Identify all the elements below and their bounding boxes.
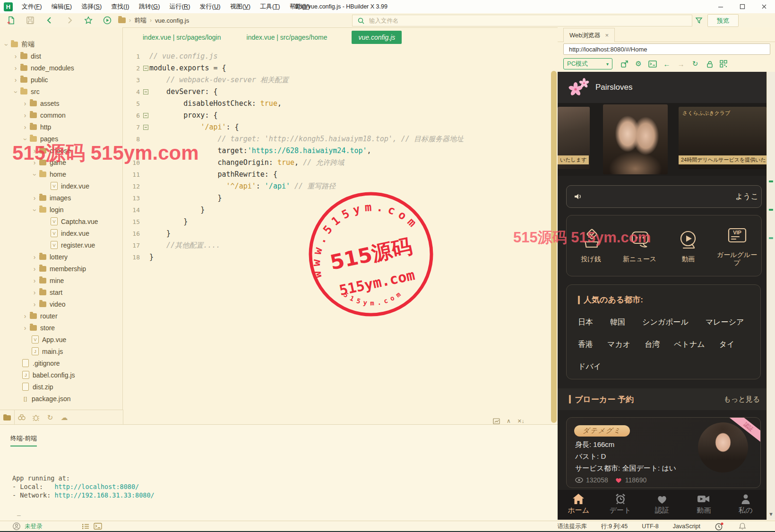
tree-item-home[interactable]: ›home — [0, 168, 122, 180]
chevron-right-icon[interactable]: › — [31, 253, 38, 261]
browser-scrollbar[interactable]: ▼ — [766, 72, 775, 520]
chevron-right-icon[interactable]: › — [12, 76, 19, 84]
close-icon[interactable]: × — [605, 32, 609, 39]
terminal-close-icon[interactable]: ✕↓ — [517, 418, 525, 424]
tree-item-babel-config[interactable]: babel.config.js — [0, 369, 122, 381]
city-link[interactable]: 日本 — [578, 317, 593, 327]
carousel-slide-active[interactable] — [603, 104, 668, 174]
tree-item-package-json[interactable]: package.json — [0, 393, 122, 404]
menu-find[interactable]: 查找(I) — [106, 0, 134, 13]
tab-home-index[interactable]: index.vue | src/pages/home — [240, 31, 334, 44]
breadcrumb-project[interactable]: 前端 — [134, 16, 146, 25]
carousel-slide-left[interactable]: いたします — [558, 107, 590, 169]
tree-item-public[interactable]: ›public — [0, 74, 122, 86]
chevron-right-icon[interactable]: › — [22, 112, 28, 119]
nav-forward-icon[interactable]: → — [674, 58, 688, 69]
profile-avatar[interactable] — [698, 422, 748, 472]
filter-icon[interactable] — [694, 15, 704, 26]
tree-item-images[interactable]: ›images — [0, 192, 122, 204]
see-more-link[interactable]: もっと見る — [724, 395, 760, 404]
breadcrumb-file[interactable]: vue.config.js — [155, 17, 189, 24]
tree-item-membership[interactable]: ›membership — [0, 263, 122, 275]
tree-item-assets[interactable]: ›assets — [0, 97, 122, 109]
sync-view-icon[interactable]: ↻ — [43, 410, 57, 425]
tree-item-captcha[interactable]: Captcha.vue — [0, 215, 122, 227]
tree-item-start[interactable]: ›start — [0, 286, 122, 298]
city-link[interactable]: シンガポール — [642, 317, 689, 327]
tree-item-mine[interactable]: ›mine — [0, 275, 122, 286]
star-icon[interactable] — [83, 15, 94, 26]
nav-video[interactable]: 動画 — [683, 490, 724, 520]
url-input[interactable] — [568, 45, 768, 53]
menu-edit[interactable]: 编辑(E) — [47, 0, 77, 13]
chevron-right-icon[interactable]: › — [22, 324, 28, 332]
city-link[interactable]: マカオ — [607, 340, 630, 350]
tree-item-store[interactable]: ›store — [0, 322, 122, 334]
tree-item-login-index[interactable]: index.vue — [0, 227, 122, 239]
minimize-button[interactable] — [710, 0, 732, 13]
back-icon[interactable] — [44, 15, 55, 26]
tree-item-login[interactable]: ›login — [0, 204, 122, 215]
search-view-icon[interactable] — [15, 410, 29, 425]
chevron-down-icon[interactable]: › — [31, 206, 39, 213]
tree-item-router[interactable]: ›router — [0, 310, 122, 322]
terminal-export-icon[interactable] — [493, 418, 500, 424]
nav-date[interactable]: デート — [599, 490, 641, 520]
preview-button[interactable]: 预览 — [707, 14, 739, 27]
new-file-icon[interactable] — [6, 15, 16, 26]
encoding-label[interactable]: UTF-8 — [642, 523, 658, 530]
file-search-box[interactable] — [352, 15, 692, 26]
explorer-tab-icon[interactable] — [0, 410, 15, 425]
chevron-right-icon[interactable]: › — [12, 64, 19, 72]
maximize-button[interactable] — [732, 0, 753, 13]
fold-marker[interactable] — [142, 110, 149, 121]
tree-item-lottery[interactable]: ›lottery — [0, 251, 122, 263]
menu-run[interactable]: 运行(R) — [164, 0, 195, 13]
chevron-right-icon[interactable]: › — [31, 289, 38, 296]
action-girl-group[interactable]: VIP ガールグループ — [715, 224, 759, 267]
debug-view-icon[interactable] — [29, 410, 43, 425]
history-icon[interactable] — [715, 522, 724, 531]
search-input[interactable] — [368, 17, 654, 25]
open-external-icon[interactable] — [617, 58, 631, 69]
city-link[interactable]: マレーシア — [706, 317, 744, 327]
fold-marker[interactable] — [142, 86, 149, 98]
chevron-down-icon[interactable]: › — [12, 88, 20, 95]
banner-carousel[interactable]: いたします さくらふぶきクラブ 24時間デリヘルサービスを提供いたし — [558, 103, 766, 176]
syntax-lib-label[interactable]: 语法提示库 — [557, 523, 587, 531]
close-button[interactable] — [753, 0, 775, 13]
address-bar[interactable] — [563, 43, 770, 55]
menu-goto[interactable]: 跳转(G) — [134, 0, 165, 13]
tree-item-dist-zip[interactable]: dist.zip — [0, 381, 122, 393]
forward-icon[interactable] — [64, 15, 75, 26]
chevron-right-icon[interactable]: › — [22, 123, 28, 131]
city-link[interactable]: ベトナム — [674, 340, 705, 350]
chevron-down-icon[interactable]: › — [3, 41, 10, 48]
bell-icon[interactable] — [738, 522, 747, 531]
city-link[interactable]: タイ — [719, 340, 735, 350]
save-icon[interactable] — [25, 15, 35, 26]
menu-publish[interactable]: 发行(U) — [195, 0, 225, 13]
tree-item-main-js[interactable]: main.js — [0, 345, 122, 357]
qr-code-icon[interactable] — [716, 58, 731, 69]
nav-mine[interactable]: 私の — [725, 490, 766, 520]
chevron-right-icon[interactable]: › — [22, 100, 28, 107]
console-icon[interactable] — [94, 523, 103, 530]
chevron-right-icon[interactable]: › — [12, 52, 19, 60]
tree-item-home-index[interactable]: index.vue — [0, 180, 122, 192]
site-brand[interactable]: Pairsloves — [595, 83, 632, 92]
menu-view[interactable]: 视图(V) — [225, 0, 255, 13]
chevron-right-icon[interactable]: › — [31, 277, 38, 284]
tree-item-http[interactable]: ›http — [0, 121, 122, 133]
carousel-slide-right[interactable]: さくらふぶきクラブ 24時間デリヘルサービスを提供いたし — [679, 107, 766, 169]
action-video[interactable]: 動画 — [667, 229, 710, 263]
browser-tab[interactable]: Web浏览器 × — [563, 28, 615, 42]
settings-gear-icon[interactable]: ⚙ — [631, 58, 646, 69]
device-mode-select[interactable]: PC模式 ▾ — [563, 58, 612, 69]
city-link[interactable]: 台湾 — [645, 340, 660, 350]
city-link[interactable]: ドバイ — [578, 362, 601, 372]
tree-item-dist[interactable]: ›dist — [0, 50, 122, 62]
chevron-down-icon[interactable]: › — [31, 171, 39, 178]
terminal-tab[interactable]: 终端-前端 — [10, 434, 37, 446]
fold-marker[interactable] — [142, 121, 149, 133]
